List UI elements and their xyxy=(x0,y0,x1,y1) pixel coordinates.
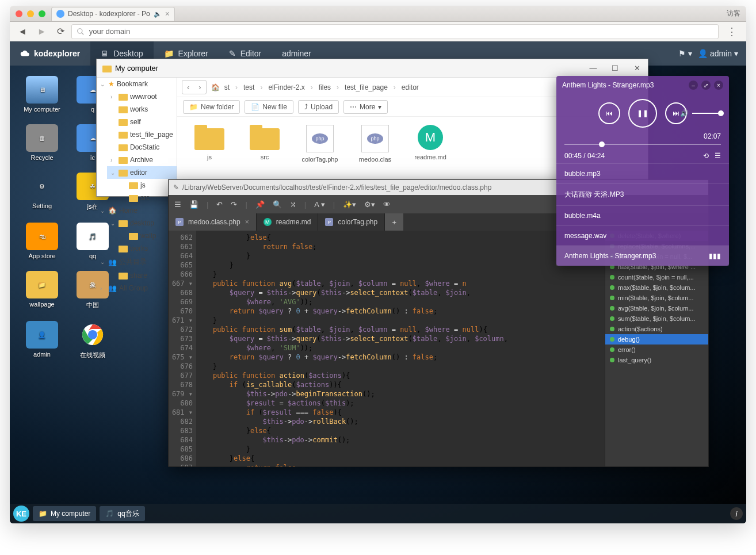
track-title: Anthem Lights - Stranger.mp3 xyxy=(562,81,654,89)
track-item[interactable]: message.wav xyxy=(556,225,729,246)
crumb-nav[interactable]: ‹› xyxy=(182,80,207,94)
tree-bookmark[interactable]: ⌄★Bookmark xyxy=(97,78,177,90)
track-item[interactable]: bubble.mp3 xyxy=(556,163,729,183)
mp-max-icon[interactable]: ⤢ xyxy=(701,81,711,90)
seek-bar[interactable] xyxy=(564,144,721,145)
tree-item-editor[interactable]: ⌄editor xyxy=(107,166,177,179)
eye-icon[interactable]: 👁 xyxy=(383,200,391,209)
menu-icon[interactable]: ☰ xyxy=(174,200,181,209)
mp-min-icon[interactable]: – xyxy=(689,81,698,90)
fn-item[interactable]: action($actions) xyxy=(605,324,708,334)
tab-readme[interactable]: Mreadme.md xyxy=(257,213,319,231)
tree-item[interactable]: self xyxy=(107,116,177,128)
back-button[interactable]: ◄ xyxy=(14,24,30,39)
taskbar-item[interactable]: 📁 My computer xyxy=(33,506,96,521)
tree-item[interactable]: DocStatic xyxy=(107,141,177,154)
win-close-icon[interactable]: ✕ xyxy=(626,59,648,78)
icon-admin[interactable]: 👤admin xyxy=(19,321,65,359)
prev-button[interactable]: ⏮ xyxy=(598,102,620,124)
menu-button[interactable]: ⋮ xyxy=(722,25,742,38)
address-bar[interactable]: your domain xyxy=(71,24,719,39)
mute-icon[interactable]: 🔈 xyxy=(154,10,162,18)
gear-icon[interactable]: ⚙▾ xyxy=(364,200,375,209)
user-menu[interactable]: 👤 admin ▾ xyxy=(698,49,738,58)
icon-appstore[interactable]: 🛍App store xyxy=(19,223,65,259)
tab-colortag[interactable]: PcolorTag.php xyxy=(318,213,385,231)
tree-allgroup[interactable]: ›👥All Group xyxy=(97,282,177,294)
tree-public[interactable]: ⌄👥公共目录 xyxy=(97,255,177,269)
reload-button[interactable]: ⟳ xyxy=(54,24,68,39)
time-elapsed: 00:45 / 04:24 xyxy=(564,152,605,160)
function-list[interactable]: delete($table, $where) replace($table, $… xyxy=(605,231,708,466)
mp-close-icon[interactable]: × xyxy=(714,81,723,90)
icon-recycle[interactable]: 🗑Recycle xyxy=(19,124,65,161)
new-file-button[interactable]: 📄 New file xyxy=(245,100,293,114)
upload-button[interactable]: ⤴ Upload xyxy=(298,100,339,114)
fn-item[interactable]: sum($table, $join, $colum... xyxy=(605,313,708,324)
more-button[interactable]: ⋯ More ▾ xyxy=(343,100,388,114)
win-max-icon[interactable]: ☐ xyxy=(604,59,626,78)
tree-item[interactable]: test_file_page xyxy=(107,128,177,141)
home-icon[interactable]: 🏠 xyxy=(211,83,220,91)
font-icon[interactable]: A ▾ xyxy=(314,200,325,209)
tree-home[interactable]: ⌄🏠Home xyxy=(97,204,177,217)
repeat-icon[interactable]: ⟲ xyxy=(703,152,709,160)
maximize-button[interactable] xyxy=(39,10,45,17)
close-button[interactable] xyxy=(16,10,22,17)
flag-icon[interactable]: ⚑ ▾ xyxy=(678,49,692,58)
save-icon[interactable]: 💾 xyxy=(189,200,198,209)
tree-item[interactable]: ⌄desktop xyxy=(107,217,177,229)
icon-setting[interactable]: ⚙Setting xyxy=(19,173,65,211)
track-item[interactable]: 大话西游 天浴.MP3 xyxy=(556,183,729,205)
volume-control[interactable]: 🔊 xyxy=(680,109,721,117)
tree-item[interactable]: works xyxy=(107,242,177,255)
svg-rect-16 xyxy=(119,246,128,252)
fn-item[interactable]: max($table, $join, $colum... xyxy=(605,282,708,293)
forward-button[interactable]: ► xyxy=(34,24,50,39)
taskbar-item[interactable]: 🎵 qq音乐 xyxy=(100,506,144,521)
tab-close-icon[interactable]: × xyxy=(245,218,249,226)
undo-icon[interactable]: ↶ xyxy=(216,200,223,209)
icon-mycomputer[interactable]: 🖥My computer xyxy=(19,76,65,113)
playlist-icon[interactable]: ☰ xyxy=(715,152,721,160)
tree-item[interactable]: ›wwwroot xyxy=(107,90,177,103)
profile-guest[interactable]: 访客 xyxy=(727,9,740,18)
track-item-active[interactable]: Anthem Lights - Stranger.mp3▮▮▮ xyxy=(556,246,729,266)
fn-item-selected[interactable]: debug() xyxy=(605,334,708,345)
icon-wallpage[interactable]: 📁wallpage xyxy=(19,271,65,309)
shuffle-icon[interactable]: ⤮ xyxy=(290,200,296,209)
tab-medoo[interactable]: Pmedoo.class.php× xyxy=(169,213,257,231)
icon-chrome[interactable]: 在线视频 xyxy=(70,321,116,359)
fn-item[interactable]: min($table, $join, $colum... xyxy=(605,293,708,303)
play-pause-button[interactable]: ❚❚ xyxy=(628,99,657,128)
file-tree[interactable]: ⌄★Bookmark ›wwwroot works self test_file… xyxy=(97,78,177,294)
equalizer-icon: ▮▮▮ xyxy=(709,252,721,260)
pin-icon[interactable]: 📌 xyxy=(255,200,265,209)
minimize-button[interactable] xyxy=(27,10,34,17)
start-button[interactable]: KE xyxy=(13,506,29,522)
tree-item[interactable]: works xyxy=(107,103,177,116)
track-item[interactable]: bubble.m4a xyxy=(556,205,729,225)
tab-close-icon[interactable]: × xyxy=(165,9,170,18)
search-icon[interactable]: 🔍 xyxy=(273,200,282,209)
crumb-fwd-icon[interactable]: › xyxy=(194,81,205,94)
brand[interactable]: kodexplorer xyxy=(10,49,90,58)
tree-item[interactable]: ›Archive xyxy=(107,154,177,166)
tree-item[interactable]: share xyxy=(107,269,177,282)
info-icon[interactable]: i xyxy=(730,507,743,520)
wand-icon[interactable]: ✨▾ xyxy=(343,200,356,209)
browser-tab[interactable]: Desktop - kodexplorer - Po 🔈 × xyxy=(51,7,175,21)
svg-rect-10 xyxy=(119,157,128,164)
new-folder-button[interactable]: 📁 New folder xyxy=(183,100,240,114)
crumb-back-icon[interactable]: ‹ xyxy=(182,81,194,94)
fn-item[interactable]: error() xyxy=(605,345,708,355)
redo-icon[interactable]: ↷ xyxy=(231,200,237,209)
fn-item[interactable]: count($table, $join = null,... xyxy=(605,272,708,282)
fn-item[interactable]: avg($table, $join, $colum... xyxy=(605,303,708,313)
add-tab-button[interactable]: + xyxy=(385,213,403,231)
win-min-icon[interactable]: ― xyxy=(582,59,604,78)
code-area[interactable]: }else{ return false; } } } public functi… xyxy=(196,231,605,466)
svg-rect-21 xyxy=(250,125,262,131)
time-badge: 02:07 xyxy=(556,132,729,140)
fn-item[interactable]: last_query() xyxy=(605,355,708,365)
